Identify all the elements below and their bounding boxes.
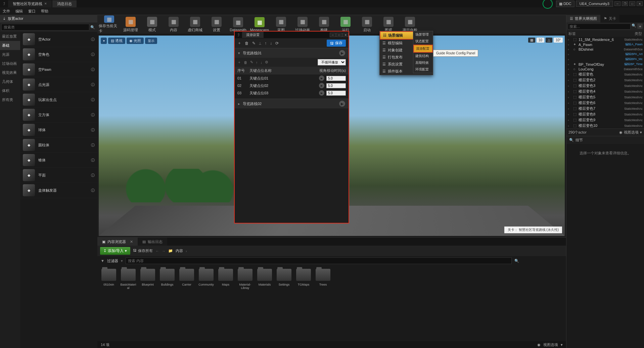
- folder-item[interactable]: 0510xin: [101, 269, 117, 338]
- actor-item[interactable]: ◆空Actorⓘ: [20, 32, 97, 47]
- actor-item[interactable]: ◆立方体ⓘ: [20, 107, 97, 122]
- outliner-row[interactable]: ◦⬚楼层变色10StaticMeshAc: [566, 123, 644, 129]
- info-icon[interactable]: ⓘ: [91, 52, 95, 57]
- maximize-icon[interactable]: □: [629, 1, 635, 6]
- actor-item[interactable]: ◆空Pawnⓘ: [20, 62, 97, 77]
- outliner-row[interactable]: ◦○BDshineiDatasmithSce: [566, 47, 644, 52]
- actor-item[interactable]: ◆球体ⓘ: [20, 122, 97, 138]
- toolbar-button[interactable]: ▦内容: [163, 15, 184, 34]
- folder-item[interactable]: TGMaps: [295, 269, 312, 338]
- tab-world-outliner[interactable]: ☰世界大纲视图: [566, 15, 600, 22]
- scene-submenu-item-highlight[interactable]: 漫游配置: [413, 45, 433, 53]
- title-tab-log[interactable]: 消息日志: [52, 0, 77, 7]
- save-all-button[interactable]: 🖫保存所有: [133, 248, 153, 253]
- eye-icon[interactable]: ◦: [568, 95, 572, 99]
- outliner-search[interactable]: [568, 23, 631, 30]
- info-icon[interactable]: ⓘ: [91, 128, 95, 133]
- route-toolbar-icon[interactable]: 🗑: [245, 41, 249, 46]
- eye-icon[interactable]: ◦: [568, 67, 572, 71]
- viewport-show[interactable]: 显示: [145, 38, 157, 44]
- toolbar-button[interactable]: ▦设置: [206, 15, 227, 34]
- toolbar-button[interactable]: ▦启动: [357, 15, 377, 34]
- info-icon[interactable]: ⓘ: [91, 67, 95, 72]
- route-toolbar-icon[interactable]: ✎: [252, 41, 256, 46]
- route-toolbar-icon[interactable]: ＋: [237, 60, 241, 65]
- folder-item[interactable]: Community: [198, 269, 214, 338]
- outliner-row[interactable]: ◦⬚楼层变色3StaticMeshAc: [566, 83, 644, 89]
- eye-icon[interactable]: ◦: [568, 124, 572, 128]
- scene-submenu-item[interactable]: 状态配置: [413, 38, 433, 45]
- route-toolbar-icon[interactable]: ✎: [250, 60, 253, 64]
- menu-help[interactable]: 帮助: [41, 9, 48, 14]
- eye-icon[interactable]: ◦: [568, 84, 572, 88]
- eye-icon[interactable]: ◦: [568, 62, 572, 66]
- outliner-row[interactable]: ◦⬚楼层变色2StaticMeshAc: [566, 77, 644, 83]
- actor-type[interactable]: 编辑BP_Time: [624, 62, 643, 66]
- outliner-row[interactable]: ◦⬚11_SM_Residence_6StaticMeshAc: [566, 37, 644, 42]
- route-toolbar-icon[interactable]: ↑: [265, 41, 267, 46]
- info-icon[interactable]: ⓘ: [91, 112, 95, 117]
- filter-label[interactable]: 过滤器: [107, 258, 118, 263]
- col-label[interactable]: 标签: [568, 31, 635, 36]
- play-icon[interactable]: ▶: [319, 90, 324, 96]
- nav-fwd-icon[interactable]: →: [162, 249, 166, 253]
- play-icon[interactable]: ▶: [319, 83, 324, 88]
- outliner-row[interactable]: ◦⬚楼层变色4StaticMeshAc: [566, 89, 644, 94]
- eye-icon[interactable]: ◦: [568, 72, 572, 77]
- grid-snap-icon[interactable]: ▦: [528, 38, 535, 43]
- route-toolbar-icon[interactable]: 🗑: [244, 60, 247, 64]
- actor-item[interactable]: ◆平面ⓘ: [20, 168, 97, 183]
- eye-icon[interactable]: ◉: [619, 130, 623, 135]
- title-tab-level[interactable]: 智慧社区导览路线 ✕: [8, 0, 52, 7]
- search-icon[interactable]: 🔍: [632, 23, 636, 30]
- info-icon[interactable]: ⓘ: [91, 173, 95, 178]
- eye-icon[interactable]: ◦: [568, 57, 572, 61]
- actor-type[interactable]: 编辑BPA_Mc: [625, 57, 643, 61]
- view-options[interactable]: 视图选项: [543, 342, 558, 347]
- route-toolbar-icon[interactable]: ⟂: [259, 41, 261, 46]
- info-icon[interactable]: ⓘ: [91, 188, 95, 193]
- actor-item[interactable]: ◆圆柱体ⓘ: [20, 138, 97, 153]
- info-icon[interactable]: ⓘ: [91, 37, 95, 42]
- category-item[interactable]: 几何体: [0, 77, 20, 86]
- info-icon[interactable]: ⓘ: [91, 143, 95, 148]
- viewport-perspective[interactable]: ▨透视: [108, 38, 125, 44]
- content-search[interactable]: [126, 257, 512, 264]
- eye-icon[interactable]: ◦: [568, 101, 572, 105]
- route-toolbar-icon[interactable]: ↓: [261, 60, 263, 64]
- folder-item[interactable]: BasicMaterial: [120, 269, 136, 338]
- outliner-row[interactable]: ◦○LouCengDatasmithSce: [566, 67, 644, 71]
- grid-snap-value[interactable]: 10: [537, 38, 544, 43]
- outliner-row[interactable]: ◦⬚楼层变色7StaticMeshAc: [566, 106, 644, 111]
- play-icon[interactable]: ▶: [339, 101, 345, 107]
- viewport-dropdown-icon[interactable]: ▾: [101, 38, 107, 44]
- actor-type[interactable]: 编辑BPA_Art: [625, 52, 643, 56]
- add-import-button[interactable]: ↧添加/导入▾: [100, 247, 130, 255]
- scene-submenu-item[interactable]: 场景管理: [413, 31, 433, 38]
- folder-item[interactable]: Material-Libray: [237, 269, 253, 338]
- minimize-icon[interactable]: ─: [330, 33, 336, 37]
- route-toolbar-icon[interactable]: ⚙: [265, 60, 268, 64]
- outliner-row[interactable]: ◦⬚楼层变色5StaticMeshAc: [566, 94, 644, 100]
- folder-item[interactable]: Trees: [315, 269, 331, 338]
- info-icon[interactable]: ⓘ: [91, 97, 95, 102]
- compile-status-icon[interactable]: [543, 0, 553, 9]
- eye-icon[interactable]: ◦: [568, 107, 572, 111]
- route-section-1[interactable]: ▾ 导览路线01 ▶: [235, 48, 349, 58]
- scene-submenu-item[interactable]: 环境配置: [413, 66, 433, 73]
- route-window-title[interactable]: 漫游设置: [242, 32, 264, 38]
- view-options[interactable]: 视图选项: [624, 130, 639, 135]
- angle-snap-icon[interactable]: △: [546, 38, 552, 43]
- actor-item[interactable]: ◆玩家出生点ⓘ: [20, 92, 97, 107]
- actor-item[interactable]: ◆点光源ⓘ: [20, 77, 97, 92]
- toolbar-button[interactable]: ▦虚幻商城: [185, 15, 205, 34]
- eye-icon[interactable]: ◉: [537, 343, 541, 347]
- menu-edit[interactable]: 编辑: [15, 9, 23, 14]
- actor-item[interactable]: ◆锥体ⓘ: [20, 153, 97, 168]
- ddc-button[interactable]: ▦ DDC: [556, 1, 574, 7]
- category-item[interactable]: 光源: [0, 50, 20, 59]
- filter-icon[interactable]: ▼: [101, 259, 104, 263]
- search-icon[interactable]: 🔍: [89, 24, 96, 31]
- outliner-row[interactable]: ◦⬚楼层变色8StaticMeshAc: [566, 111, 644, 117]
- tab-output-log[interactable]: ▤输出日志: [138, 238, 167, 246]
